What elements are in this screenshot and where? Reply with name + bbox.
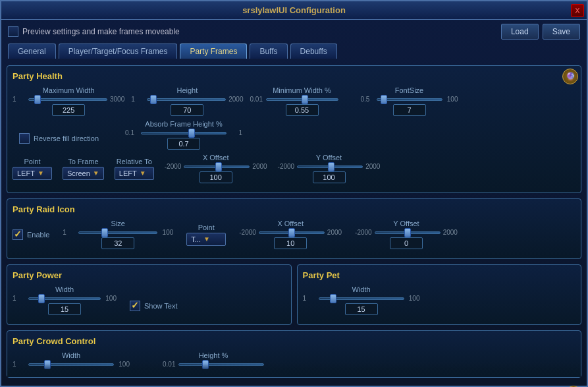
raid-size-max: 100 <box>160 229 173 236</box>
y-offset-slider[interactable] <box>297 165 363 168</box>
point-label: Point <box>24 158 40 165</box>
height-group: Height 1 2000 <box>131 86 243 116</box>
pet-width-slider[interactable] <box>319 297 404 300</box>
pet-width-label: Width <box>352 285 370 293</box>
power-width-group: Width 1 100 <box>13 285 117 315</box>
reverse-fill-label: Reverse fill direction <box>34 134 99 142</box>
raid-enable-checkbox[interactable] <box>13 229 23 240</box>
cc-width-slider-row: 1 100 <box>13 361 130 368</box>
cc-height-slider-row: 0.01 <box>163 361 264 368</box>
raid-y-value[interactable] <box>390 237 423 249</box>
max-width-slider[interactable] <box>28 98 107 101</box>
to-frame-dropdown[interactable]: Screen ▼ <box>63 167 104 180</box>
party-crowd-control-section: Party Crowd Control Width 1 100 Height %… <box>7 330 581 378</box>
to-frame-arrow: ▼ <box>93 169 99 177</box>
raid-y-offset-group: Y Offset -2000 2000 <box>355 220 458 249</box>
close-button[interactable]: X <box>571 4 584 17</box>
y-offset-label: Y Offset <box>316 154 342 162</box>
power-width-value[interactable] <box>48 303 81 315</box>
pet-width-max: 100 <box>407 295 420 302</box>
cc-width-group: Width 1 100 <box>13 351 130 368</box>
absorb-max: 1 <box>229 129 242 136</box>
raid-point-dropdown[interactable]: T... ▼ <box>186 233 226 246</box>
tab-debuffs[interactable]: Debuffs <box>290 44 337 59</box>
raid-x-max: 2000 <box>327 229 342 236</box>
power-width-min: 1 <box>13 295 26 302</box>
cc-height-slider[interactable] <box>178 363 264 366</box>
raid-size-slider-row: 1 100 <box>63 229 173 236</box>
pet-width-group: Width 1 100 <box>303 285 420 315</box>
tab-bar: General Player/Target/Focus Frames Party… <box>1 44 587 59</box>
max-width-value[interactable] <box>52 104 85 116</box>
cc-width-label: Width <box>62 351 80 359</box>
raid-point-value: T... <box>191 235 201 243</box>
raid-y-offset-label: Y Offset <box>393 220 419 227</box>
cc-width-slider[interactable] <box>28 363 114 366</box>
cc-height-label: Height % <box>199 351 228 359</box>
point-dropdown[interactable]: LEFT ▼ <box>13 167 52 180</box>
raid-y-slider[interactable] <box>375 231 441 234</box>
party-health-title: Party Health <box>13 71 575 81</box>
to-frame-group: To Frame Screen ▼ <box>63 158 104 180</box>
raid-x-min: -2000 <box>239 229 256 236</box>
y-offset-max: 2000 <box>365 163 380 170</box>
cc-width-max: 100 <box>117 361 130 368</box>
show-text-checkbox[interactable] <box>130 301 140 311</box>
power-width-slider[interactable] <box>28 297 101 300</box>
height-slider-row: 1 2000 <box>131 96 243 103</box>
party-pet-section: Party Pet Width 1 100 <box>297 264 582 325</box>
font-size-slider-row: 0.5 100 <box>361 96 458 103</box>
tab-general[interactable]: General <box>8 44 56 59</box>
raid-x-offset-group: X Offset -2000 2000 <box>239 220 342 249</box>
party-raid-icon-title: Party Raid Icon <box>13 204 575 214</box>
min-width-pct-label: Minimum Width % <box>273 86 331 94</box>
title-bar: srslylawlUI Configuration X <box>1 1 587 20</box>
raid-x-value[interactable] <box>274 237 307 249</box>
power-width-label: Width <box>55 285 74 293</box>
pet-width-value[interactable] <box>345 303 378 315</box>
y-offset-value[interactable] <box>313 171 346 183</box>
raid-size-value[interactable] <box>101 237 134 249</box>
raid-size-slider[interactable] <box>78 231 157 234</box>
top-buttons: Load Save <box>501 24 580 40</box>
font-size-value[interactable] <box>393 104 426 116</box>
to-frame-label: To Frame <box>68 158 98 165</box>
raid-size-label: Size <box>111 220 125 227</box>
reverse-fill-checkbox[interactable] <box>19 133 30 144</box>
absorb-value[interactable] <box>167 138 200 150</box>
load-button[interactable]: Load <box>501 24 539 40</box>
power-pet-row: Party Power Width 1 100 Show Text <box>7 264 581 325</box>
font-size-slider[interactable] <box>377 98 442 101</box>
health-sliders-row1: Maximum Width 1 3000 Height 1 2000 <box>13 86 575 116</box>
raid-point-arrow: ▼ <box>203 235 210 243</box>
height-slider[interactable] <box>147 98 226 101</box>
party-power-section: Party Power Width 1 100 Show Text <box>7 264 292 325</box>
show-text-label: Show Text <box>144 302 178 310</box>
cc-height-group: Height % 0.01 <box>163 351 264 368</box>
corner-icon-top: 🔮 <box>562 69 578 84</box>
preview-checkbox[interactable] <box>8 26 18 37</box>
main-window: srslylawlUI Configuration X Preview sett… <box>0 0 588 387</box>
x-offset-value[interactable] <box>200 171 232 183</box>
party-cc-title: Party Crowd Control <box>13 336 575 346</box>
y-offset-group: Y Offset -2000 2000 <box>278 154 381 183</box>
absorb-min: 0.1 <box>125 129 138 136</box>
tab-party[interactable]: Party Frames <box>180 44 247 59</box>
pet-width-min: 1 <box>303 295 316 302</box>
tab-player[interactable]: Player/Target/Focus Frames <box>59 44 178 59</box>
raid-x-offset-label: X Offset <box>277 220 304 227</box>
cc-row: Width 1 100 Height % 0.01 <box>13 351 575 368</box>
raid-y-min: -2000 <box>355 229 372 236</box>
height-value[interactable] <box>171 104 203 116</box>
min-width-pct-slider[interactable] <box>266 98 338 101</box>
party-power-title: Party Power <box>13 270 286 280</box>
tab-buffs[interactable]: Buffs <box>250 44 287 59</box>
power-width-slider-row: 1 100 <box>13 295 117 302</box>
min-width-pct-value[interactable] <box>286 104 319 116</box>
max-width-label: Maximum Width <box>43 86 95 94</box>
raid-x-slider[interactable] <box>259 231 325 234</box>
absorb-slider[interactable] <box>141 132 227 134</box>
relative-to-dropdown[interactable]: LEFT ▼ <box>115 167 154 180</box>
x-offset-slider[interactable] <box>184 165 250 168</box>
save-button[interactable]: Save <box>543 24 580 40</box>
